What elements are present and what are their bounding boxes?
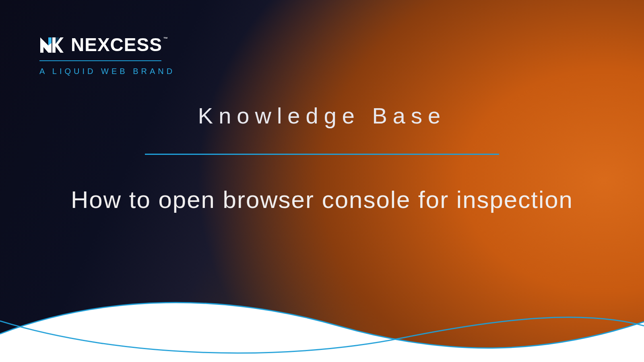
brand-logo-rule: [39, 60, 161, 61]
section-label: Knowledge Base: [0, 103, 644, 129]
banner-content: Knowledge Base How to open browser conso…: [0, 103, 644, 217]
section-divider: [145, 154, 499, 155]
brand-tagline: A LIQUID WEB BRAND: [39, 67, 175, 76]
wave-decoration: [0, 282, 644, 362]
brand-logo-row: NEXCESS™: [39, 34, 175, 56]
nexcess-logo-icon: [39, 36, 64, 53]
trademark-symbol: ™: [163, 36, 168, 41]
brand-name-text: NEXCESS: [71, 34, 162, 55]
brand-logo-block: NEXCESS™ A LIQUID WEB BRAND: [39, 34, 175, 76]
kb-banner: NEXCESS™ A LIQUID WEB BRAND Knowledge Ba…: [0, 0, 644, 362]
article-title: How to open browser console for inspecti…: [0, 182, 644, 217]
brand-name: NEXCESS™: [71, 34, 167, 56]
